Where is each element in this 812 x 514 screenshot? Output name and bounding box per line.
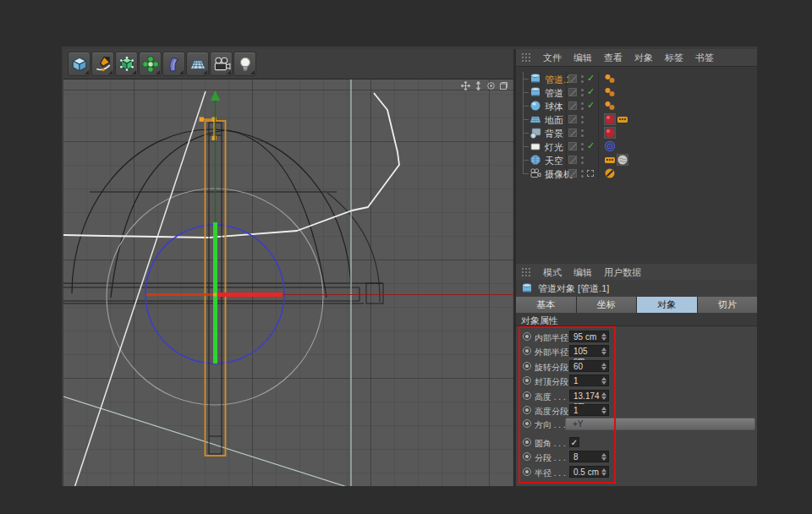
layer-toggle-icon[interactable] xyxy=(568,128,577,137)
texture-tag-icon[interactable] xyxy=(617,154,628,166)
menu-user-data[interactable]: 用户数据 xyxy=(604,266,641,279)
rotate-icon[interactable] xyxy=(486,81,496,90)
menu-mode[interactable]: 模式 xyxy=(543,266,562,279)
object-row-camera[interactable]: 摄像机 xyxy=(516,167,757,180)
enabled-check-icon[interactable]: ✓ xyxy=(587,100,595,111)
scene-wireframe xyxy=(63,79,513,486)
attribute-manager-menubar: 模式 编辑 用户数据 xyxy=(516,264,757,282)
pan-icon[interactable] xyxy=(461,81,470,90)
tab-coordinates[interactable]: 坐标 xyxy=(577,297,637,313)
menu-bookmarks[interactable]: 书签 xyxy=(695,52,714,64)
menu-file[interactable]: 文件 xyxy=(543,52,562,64)
tab-slice[interactable]: 切片 xyxy=(698,297,758,313)
visibility-dots-icon[interactable] xyxy=(581,116,584,123)
visibility-dots-icon[interactable] xyxy=(581,129,584,137)
array-generator-tool-button[interactable] xyxy=(139,52,162,76)
maximize-icon[interactable] xyxy=(499,81,508,90)
tab-object[interactable]: 对象 xyxy=(637,297,697,313)
sphere-object-icon xyxy=(529,100,541,112)
light-tool-button[interactable] xyxy=(233,52,256,76)
camera-tool-button[interactable] xyxy=(210,52,233,76)
visibility-dots-icon[interactable] xyxy=(581,75,584,83)
phong-tag-icon[interactable] xyxy=(604,73,616,85)
tube-object-icon xyxy=(521,282,533,294)
sphere-dome-wireframe xyxy=(72,129,351,298)
layer-toggle-icon[interactable] xyxy=(568,142,577,150)
object-row-sky[interactable]: 天空 xyxy=(516,153,757,167)
sky-object-icon xyxy=(529,154,541,166)
layer-toggle-icon[interactable] xyxy=(568,101,577,110)
layer-toggle-icon[interactable] xyxy=(568,156,577,164)
compositing-tag-icon[interactable] xyxy=(604,154,616,166)
enabled-check-icon[interactable]: ✓ xyxy=(587,73,595,84)
object-row-tube[interactable]: 管道 ✓ xyxy=(516,85,757,99)
app-screenshot: 文件 编辑 查看 对象 标签 书签 管道.1 ✓ 管道 ✓ xyxy=(0,0,812,514)
layer-toggle-icon[interactable] xyxy=(568,115,577,123)
object-name: 天空 xyxy=(545,155,563,167)
viewport-3d[interactable] xyxy=(63,79,513,486)
background-object-icon xyxy=(529,127,541,139)
object-name: 管道 xyxy=(545,87,563,100)
object-row-floor[interactable]: 地面 xyxy=(516,112,757,126)
layer-toggle-icon[interactable] xyxy=(568,74,577,83)
menu-tags[interactable]: 标签 xyxy=(665,52,683,64)
y-axis-arrowhead xyxy=(211,90,220,101)
attribute-tabs: 基本 坐标 对象 切片 xyxy=(516,297,757,313)
visibility-dots-icon[interactable] xyxy=(581,89,584,96)
object-name: 球体 xyxy=(545,101,563,113)
object-row-light[interactable]: 灯光 ✓ xyxy=(516,139,757,153)
rings-tag-icon[interactable] xyxy=(604,140,616,152)
menu-objects[interactable]: 对象 xyxy=(634,52,653,64)
object-name: 背景 xyxy=(545,128,563,140)
cube-primitive-tool-button[interactable] xyxy=(68,52,91,76)
compositing-tag-icon[interactable] xyxy=(617,113,628,125)
white-diagonal-line xyxy=(74,91,206,486)
zoom-icon[interactable] xyxy=(474,81,483,90)
phong-tag-icon[interactable] xyxy=(604,86,616,98)
object-name: 管道.1 xyxy=(545,74,571,86)
object-row-background[interactable]: 背景 xyxy=(516,126,757,139)
enabled-check-icon[interactable]: ✓ xyxy=(587,140,595,151)
layer-toggle-icon[interactable] xyxy=(568,88,577,96)
grip-icon[interactable] xyxy=(521,267,531,277)
section-header[interactable]: 对象属性 xyxy=(516,313,757,326)
object-manager-menubar: 文件 编辑 查看 对象 标签 书签 xyxy=(516,49,757,67)
object-title: 管道对象 [管道.1] xyxy=(538,282,609,295)
tube-object-icon xyxy=(529,86,541,98)
red-highlight-annotation xyxy=(518,326,616,484)
main-toolbar xyxy=(63,49,513,79)
object-row-tube1[interactable]: 管道.1 ✓ xyxy=(516,72,757,85)
object-name: 地面 xyxy=(545,114,563,127)
viewport-nav-icons xyxy=(461,81,508,90)
floor-environment-tool-button[interactable] xyxy=(186,52,209,76)
floor-object-icon xyxy=(529,113,541,125)
grip-icon[interactable] xyxy=(521,52,531,63)
camera-object-icon xyxy=(529,167,541,179)
layer-toggle-icon[interactable] xyxy=(568,169,577,178)
visibility-dots-icon[interactable] xyxy=(581,102,584,110)
light-object-icon xyxy=(529,140,541,152)
enabled-check-icon[interactable]: ✓ xyxy=(587,86,595,97)
crosshair-icon[interactable] xyxy=(587,170,594,177)
spline-pen-tool-button[interactable] xyxy=(91,52,114,76)
material-tag-icon[interactable] xyxy=(604,127,616,139)
material-tag-icon[interactable] xyxy=(604,113,616,125)
tube-object-icon xyxy=(529,73,541,85)
menu-edit[interactable]: 编辑 xyxy=(573,266,592,279)
visibility-dots-icon[interactable] xyxy=(581,143,584,150)
menu-edit[interactable]: 编辑 xyxy=(573,52,592,64)
forbidden-tag-icon[interactable] xyxy=(604,167,616,179)
white-curve-line xyxy=(63,93,399,238)
tab-basic[interactable]: 基本 xyxy=(516,297,576,313)
axis-origin-dot xyxy=(213,293,217,296)
bend-deformer-tool-button[interactable] xyxy=(162,52,185,76)
object-row-sphere[interactable]: 球体 ✓ xyxy=(516,99,757,112)
visibility-dots-icon[interactable] xyxy=(581,156,584,164)
sphere-right-arc xyxy=(327,193,380,302)
attribute-title-row: 管道对象 [管道.1] xyxy=(516,280,757,297)
visibility-dots-icon[interactable] xyxy=(581,170,584,178)
menu-view[interactable]: 查看 xyxy=(604,52,623,64)
axis-gizmo[interactable] xyxy=(146,90,513,364)
phong-tag-icon[interactable] xyxy=(604,100,616,112)
subdivision-surface-tool-button[interactable] xyxy=(115,52,138,76)
